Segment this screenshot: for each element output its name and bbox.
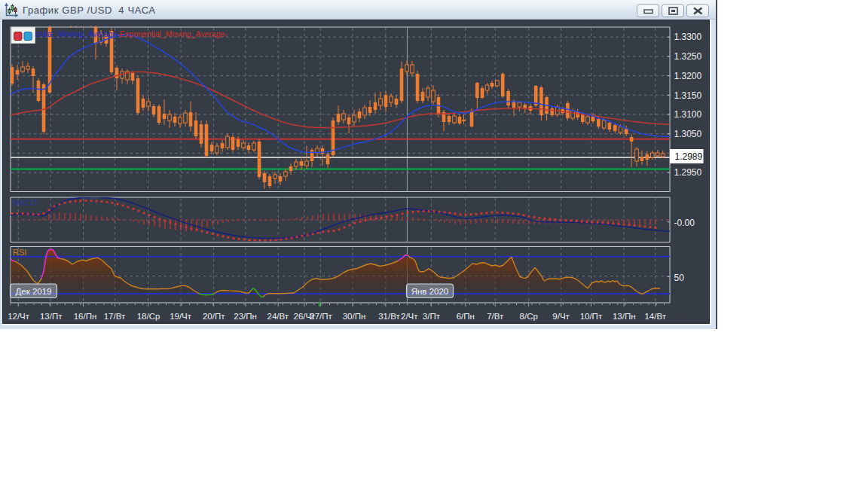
svg-text:График GBP /USD 4 ЧАСА: График GBP /USD 4 ЧАСА — [23, 5, 156, 16]
svg-text:MACD: MACD — [13, 198, 37, 207]
svg-text:27/Пт: 27/Пт — [310, 312, 332, 321]
svg-text:8/Ср: 8/Ср — [520, 312, 538, 321]
svg-text:16/Пн: 16/Пн — [74, 312, 97, 321]
svg-text:1.3100: 1.3100 — [674, 109, 702, 120]
svg-text:2/Чт: 2/Чт — [401, 312, 418, 321]
svg-text:19/Чт: 19/Чт — [170, 312, 192, 321]
svg-text:RSI: RSI — [13, 248, 26, 257]
svg-text:1.3200: 1.3200 — [674, 71, 702, 81]
svg-text:12/Чт: 12/Чт — [8, 312, 30, 321]
svg-text:1.3150: 1.3150 — [674, 90, 702, 101]
svg-text:30/Пн: 30/Пн — [343, 312, 366, 321]
svg-text:-0.00: -0.00 — [674, 218, 695, 228]
svg-text:1.3300: 1.3300 — [674, 32, 702, 42]
svg-text:Дек 2019: Дек 2019 — [16, 287, 52, 296]
svg-text:9/Чт: 9/Чт — [552, 312, 570, 321]
svg-text:1.2989: 1.2989 — [675, 151, 703, 162]
svg-text:24/Вт: 24/Вт — [267, 312, 289, 321]
svg-text:ential_Moving_Average-Exponent: ential_Moving_Average-Exponential_Moving… — [35, 29, 228, 38]
svg-text:13/Пт: 13/Пт — [40, 312, 63, 321]
svg-text:1.3250: 1.3250 — [674, 51, 702, 62]
svg-text:18/Ср: 18/Ср — [137, 312, 160, 321]
svg-text:14/Вт: 14/Вт — [644, 312, 666, 321]
svg-text:13/Пн: 13/Пн — [613, 312, 636, 321]
svg-text:1.3050: 1.3050 — [674, 129, 702, 139]
svg-text:23/Пн: 23/Пн — [234, 312, 257, 321]
svg-text:10/Пт: 10/Пт — [580, 312, 603, 321]
svg-text:7/Вт: 7/Вт — [487, 312, 504, 321]
svg-text:20/Пт: 20/Пт — [203, 312, 225, 321]
svg-text:6/Пн: 6/Пн — [457, 312, 475, 321]
svg-text:1.2950: 1.2950 — [674, 167, 702, 178]
svg-text:17/Вт: 17/Вт — [104, 312, 126, 321]
svg-text:Янв 2020: Янв 2020 — [411, 287, 449, 296]
svg-text:3/Пт: 3/Пт — [423, 312, 441, 321]
svg-text:50: 50 — [674, 273, 685, 283]
svg-text:31/Вт: 31/Вт — [378, 312, 400, 321]
